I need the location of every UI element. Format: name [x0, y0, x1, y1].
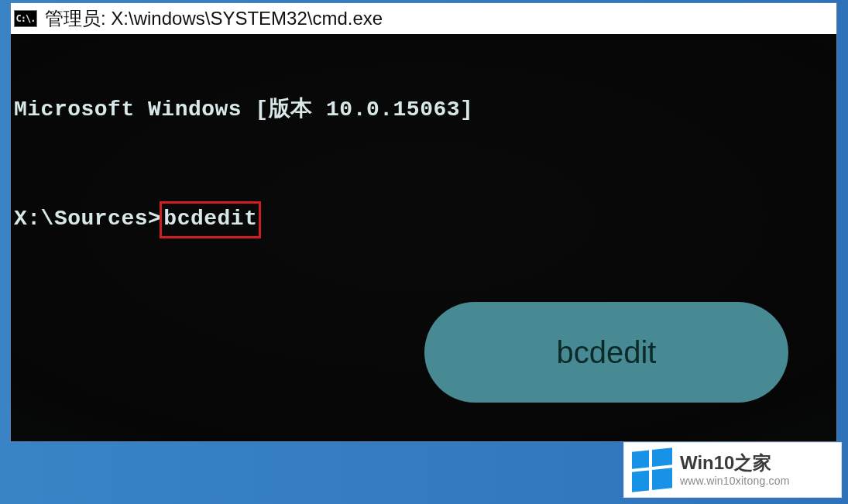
- watermark-title: Win10之家: [680, 454, 790, 472]
- version-line: Microsoft Windows [版本 10.0.15063]: [14, 94, 833, 125]
- typed-command: bcdedit: [163, 207, 257, 231]
- cmd-icon-glyph: C:\.: [16, 13, 36, 24]
- window-title: 管理员: X:\windows\SYSTEM32\cmd.exe: [45, 6, 383, 31]
- watermark-url: www.win10xitong.com: [680, 475, 790, 486]
- windows-logo-icon: [632, 447, 672, 492]
- desktop-background: C:\. 管理员: X:\windows\SYSTEM32\cmd.exe Mi…: [0, 0, 848, 504]
- cmd-icon: C:\.: [14, 10, 37, 27]
- prompt-text: X:\Sources>: [14, 207, 161, 231]
- watermark-text: Win10之家 www.win10xitong.com: [680, 454, 790, 486]
- annotation-pill-label: bcdedit: [557, 335, 657, 370]
- command-highlight: bcdedit: [160, 201, 261, 238]
- prompt-line[interactable]: X:\Sources>bcdedit: [14, 201, 833, 238]
- window-titlebar[interactable]: C:\. 管理员: X:\windows\SYSTEM32\cmd.exe: [11, 3, 836, 34]
- watermark-badge: Win10之家 www.win10xitong.com: [623, 442, 842, 498]
- annotation-pill: bcdedit: [424, 302, 788, 403]
